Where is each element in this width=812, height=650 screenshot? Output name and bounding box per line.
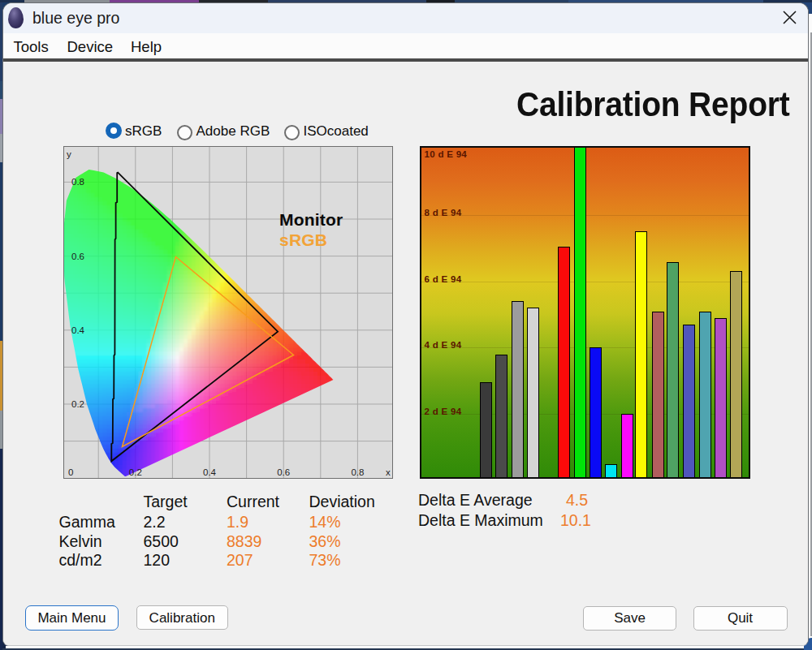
svg-text:x: x (386, 467, 391, 477)
svg-text:0.4: 0.4 (71, 325, 85, 335)
svg-text:0.4: 0.4 (203, 467, 217, 477)
svg-text:0.8: 0.8 (71, 177, 84, 187)
svg-text:0.6: 0.6 (71, 252, 84, 261)
svg-text:y: y (67, 149, 71, 159)
svg-text:0.2: 0.2 (71, 399, 84, 409)
svg-text:0.6: 0.6 (277, 467, 290, 477)
svg-text:0.2: 0.2 (129, 467, 142, 477)
svg-text:0.8: 0.8 (351, 467, 364, 477)
svg-text:0: 0 (68, 467, 73, 477)
svg-text:sRGB: sRGB (279, 230, 327, 249)
svg-text:Monitor: Monitor (279, 210, 343, 229)
